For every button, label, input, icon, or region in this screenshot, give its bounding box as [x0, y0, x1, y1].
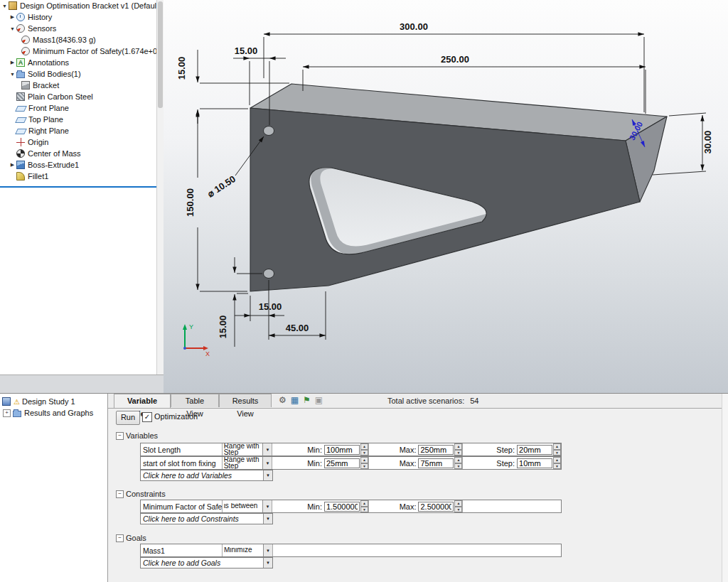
spinner-down-icon[interactable]: ▼ [454, 507, 462, 513]
expand-arrow[interactable]: ▶ [9, 14, 16, 20]
collapse-variables-button[interactable]: − [116, 432, 124, 440]
max-spinner[interactable]: ▲▼ [454, 457, 462, 469]
min-spinner[interactable]: ▲▼ [360, 500, 368, 512]
tree-item-sensors[interactable]: ▼ Sensors [0, 23, 164, 34]
dropdown-arrow-icon[interactable]: ▼ [263, 470, 272, 480]
add-goal-row[interactable]: Click here to add Goals ▼ [140, 557, 273, 568]
bolt-hole-bottom[interactable] [264, 269, 274, 279]
tab-table-view[interactable]: Table View [171, 394, 219, 407]
spinner-down-icon[interactable]: ▼ [454, 450, 462, 456]
constraint-type-dropdown[interactable]: is between ▼ [223, 500, 273, 512]
spinner-down-icon[interactable]: ▼ [360, 507, 368, 513]
spinner-up-icon[interactable]: ▲ [360, 443, 368, 450]
variable-min-input[interactable] [324, 445, 360, 455]
constraint-name-cell[interactable]: Minimum Factor of Safety1 [141, 500, 223, 512]
variable-min-input[interactable] [324, 458, 360, 468]
dropdown-arrow-icon[interactable]: ▼ [263, 514, 272, 524]
variable-name-cell[interactable]: Slot Length [141, 443, 223, 456]
variable-name-cell[interactable]: start of slot from fixing [141, 457, 223, 469]
min-spinner[interactable]: ▲▼ [360, 457, 368, 469]
variable-max-input[interactable] [418, 458, 454, 468]
spinner-up-icon[interactable]: ▲ [454, 443, 462, 450]
max-spinner[interactable]: ▲▼ [454, 443, 462, 456]
dim-text-30-right[interactable]: 30.00 [702, 131, 713, 154]
collapse-goals-button[interactable]: − [116, 534, 124, 542]
expand-arrow[interactable]: ▼ [9, 72, 16, 77]
dim-text-15-top[interactable]: 15.00 [235, 45, 258, 56]
tree-item-fos-sensor[interactable]: Minimum Factor of Safety(1.674e+00) [0, 45, 164, 57]
dim-text-45[interactable]: 45.00 [286, 323, 309, 333]
variable-max-input[interactable] [418, 445, 454, 455]
spinner-down-icon[interactable]: ▼ [553, 463, 561, 470]
tree-item-results-and-graphs[interactable]: + Results and Graphs [0, 407, 107, 419]
dropdown-arrow-icon[interactable]: ▼ [262, 500, 272, 512]
tree-item-center-of-mass[interactable]: Center of Mass [0, 148, 164, 159]
expand-arrow[interactable]: ▶ [9, 162, 16, 168]
tree-item-top-plane[interactable]: Top Plane [0, 114, 164, 125]
variable-step-input[interactable] [517, 458, 552, 468]
feature-tree-scrollbar[interactable] [156, 0, 164, 374]
graphics-viewport[interactable]: 300.00 250.00 15.00 15.00 150.00 ⌀ 10.50… [164, 0, 728, 393]
dim-text-300[interactable]: 300.00 [400, 21, 428, 32]
tree-item-part-root[interactable]: ▼ Design Optimisation Bracket v1 (Defaul… [0, 0, 164, 11]
tree-item-mass-sensor[interactable]: Mass1(8436.93 g) [0, 34, 164, 45]
run-button[interactable]: Run [116, 411, 140, 425]
spinner-up-icon[interactable]: ▲ [454, 500, 462, 507]
min-spinner[interactable]: ▲▼ [360, 443, 368, 456]
dropdown-arrow-icon[interactable]: ▼ [263, 544, 272, 556]
dropdown-arrow-icon[interactable]: ▼ [263, 558, 272, 568]
goal-type-dropdown[interactable]: Minimize ▼ [223, 544, 273, 556]
spinner-down-icon[interactable]: ▼ [360, 450, 368, 456]
variable-type-dropdown[interactable]: Range with Step ▼ [223, 443, 273, 456]
spinner-down-icon[interactable]: ▼ [553, 450, 561, 456]
optimization-checkbox[interactable]: ✓ [142, 412, 152, 422]
tree-item-material[interactable]: Plain Carbon Steel [0, 91, 164, 102]
tree-item-solid-bodies[interactable]: ▼ Solid Bodies(1) [0, 68, 164, 80]
tree-item-boss-extrude[interactable]: ▶ Boss-Extrude1 [0, 159, 164, 171]
dim-text-15-left[interactable]: 15.00 [176, 57, 187, 80]
expand-arrow[interactable]: ▼ [9, 26, 16, 31]
bolt-hole-top[interactable] [264, 126, 274, 136]
variable-step-input[interactable] [517, 445, 552, 455]
dropdown-arrow-icon[interactable]: ▼ [262, 443, 272, 456]
step-spinner[interactable]: ▲▼ [553, 457, 561, 469]
step-spinner[interactable]: ▲▼ [553, 443, 561, 456]
expand-plus-box[interactable]: + [3, 409, 11, 417]
dim-text-15-bottom-vertical[interactable]: 15.00 [218, 316, 228, 339]
expand-arrow[interactable]: ▶ [9, 60, 16, 65]
tree-item-origin[interactable]: Origin [0, 136, 164, 148]
spinner-up-icon[interactable]: ▲ [553, 457, 561, 463]
study-table-icon[interactable]: ▦ [289, 395, 300, 406]
tree-item-right-plane[interactable]: Right Plane [0, 125, 164, 136]
dim-text-diameter[interactable]: ⌀ 10.50 [205, 173, 237, 200]
constraint-min-input[interactable] [324, 502, 360, 512]
spinner-up-icon[interactable]: ▲ [360, 457, 368, 463]
tree-item-fillet[interactable]: Fillet1 [0, 171, 164, 182]
study-save-icon[interactable]: ▣ [314, 395, 324, 406]
goal-name-cell[interactable]: Mass1 [141, 544, 223, 556]
spinner-down-icon[interactable]: ▼ [454, 463, 462, 470]
study-panel-scrollbar[interactable] [722, 394, 728, 582]
spinner-down-icon[interactable]: ▼ [360, 463, 368, 470]
expand-arrow[interactable]: ▼ [1, 4, 9, 9]
study-flag-icon[interactable]: ⚑ [301, 395, 312, 406]
tree-item-history[interactable]: ▶ History [0, 11, 164, 23]
add-variable-row[interactable]: Click here to add Variables ▼ [140, 470, 273, 481]
add-constraint-row[interactable]: Click here to add Constraints ▼ [140, 513, 273, 524]
dim-text-15-bottom[interactable]: 15.00 [259, 301, 282, 312]
dim-text-150[interactable]: 150.00 [185, 188, 196, 217]
dimension-150[interactable] [198, 111, 247, 291]
tree-item-design-study[interactable]: ⚠ Design Study 1 [0, 396, 107, 407]
rollback-bar[interactable] [0, 186, 158, 188]
collapse-constraints-button[interactable]: − [116, 490, 124, 498]
tree-item-annotations[interactable]: ▶ A Annotations [0, 57, 164, 68]
tab-results-view[interactable]: Results View [219, 394, 272, 407]
scrollbar-thumb[interactable] [158, 1, 163, 108]
study-settings-gear-icon[interactable]: ⚙ [277, 395, 288, 406]
dim-text-250[interactable]: 250.00 [441, 54, 469, 65]
constraint-max-input[interactable] [418, 502, 454, 512]
max-spinner[interactable]: ▲▼ [454, 500, 462, 512]
tab-variable-view[interactable]: Variable View [114, 394, 171, 408]
tree-item-bracket-body[interactable]: Bracket [0, 80, 164, 91]
spinner-up-icon[interactable]: ▲ [553, 443, 561, 450]
